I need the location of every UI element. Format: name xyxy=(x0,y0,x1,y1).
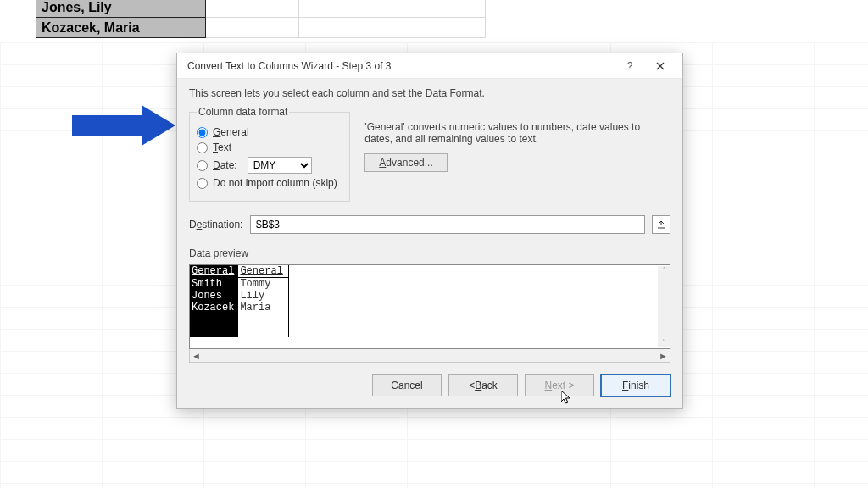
preview-row xyxy=(190,325,289,337)
radio-general-input[interactable] xyxy=(197,127,208,138)
radio-general[interactable]: General xyxy=(197,126,342,138)
cell-selected[interactable]: Kozacek, Maria xyxy=(36,18,206,38)
group-legend: Column data format xyxy=(197,106,289,118)
destination-label: Destination: xyxy=(189,219,243,230)
date-format-select[interactable]: DMY xyxy=(248,157,312,174)
preview-vscroll[interactable]: ˄ ˅ xyxy=(658,266,670,347)
scroll-right-icon[interactable]: ► xyxy=(659,351,668,361)
text-to-columns-dialog: Convert Text to Columns Wizard - Step 3 … xyxy=(176,53,683,409)
preview-table: General General SmithTommy JonesLily Koz… xyxy=(190,265,289,337)
cell-empty[interactable] xyxy=(299,18,392,38)
scroll-down-icon[interactable]: ˅ xyxy=(662,338,666,347)
preview-row: KozacekMaria xyxy=(190,302,289,313)
format-explanation-pane: 'General' converts numeric values to num… xyxy=(364,106,661,172)
preview-row: SmithTommy xyxy=(190,278,289,291)
next-button: Next > xyxy=(525,374,594,396)
cell-empty[interactable] xyxy=(392,18,486,38)
cell-empty[interactable] xyxy=(299,0,392,18)
close-icon xyxy=(656,62,665,70)
column-data-format-group: Column data format General Text Date: DM… xyxy=(189,106,350,202)
scroll-left-icon[interactable]: ◄ xyxy=(192,351,201,361)
cancel-button[interactable]: Cancel xyxy=(372,374,442,396)
radio-text-input[interactable] xyxy=(197,142,208,153)
radio-skip[interactable]: Do not import column (skip) xyxy=(197,177,342,189)
table-row: Jones, Lily xyxy=(36,0,486,18)
callout-arrow xyxy=(72,105,182,146)
range-picker-button[interactable] xyxy=(652,215,670,234)
dialog-title: Convert Text to Columns Wizard - Step 3 … xyxy=(187,60,615,72)
destination-input[interactable] xyxy=(250,215,645,234)
data-preview[interactable]: General General SmithTommy JonesLily Koz… xyxy=(189,264,670,349)
preview-label: Data preview xyxy=(189,247,670,259)
cell-empty[interactable] xyxy=(206,18,299,38)
collapse-icon xyxy=(657,220,665,229)
radio-skip-label: Do not import column (skip) xyxy=(213,177,337,189)
dialog-description: This screen lets you select each column … xyxy=(189,87,670,99)
cell-empty[interactable] xyxy=(392,0,486,18)
radio-text[interactable]: Text xyxy=(197,141,342,153)
cell-empty[interactable] xyxy=(206,0,299,18)
help-button[interactable]: ? xyxy=(615,56,645,76)
cell-selected[interactable]: Jones, Lily xyxy=(36,0,206,18)
preview-header-row: General General xyxy=(190,265,289,278)
format-explanation: 'General' converts numeric values to num… xyxy=(364,121,661,145)
table-row: Kozacek, Maria xyxy=(36,18,486,38)
close-button[interactable] xyxy=(645,56,676,76)
titlebar: Convert Text to Columns Wizard - Step 3 … xyxy=(177,53,682,79)
sheet-table: Jones, Lily Kozacek, Maria xyxy=(36,0,486,38)
preview-row: JonesLily xyxy=(190,290,289,302)
preview-header[interactable]: General xyxy=(238,265,289,278)
advanced-button[interactable]: Advanced... xyxy=(364,153,447,172)
radio-date[interactable]: Date: DMY xyxy=(197,157,342,174)
finish-button[interactable]: Finish xyxy=(601,374,670,396)
radio-date-input[interactable] xyxy=(197,160,208,171)
scroll-up-icon[interactable]: ˄ xyxy=(662,266,666,275)
back-button[interactable]: < Back xyxy=(448,374,518,396)
preview-row xyxy=(190,313,289,325)
preview-hscroll[interactable]: ◄ ► xyxy=(189,349,670,363)
radio-skip-input[interactable] xyxy=(197,178,208,189)
preview-header[interactable]: General xyxy=(190,265,238,278)
dialog-buttons: Cancel < Back Next > Finish xyxy=(189,374,670,396)
